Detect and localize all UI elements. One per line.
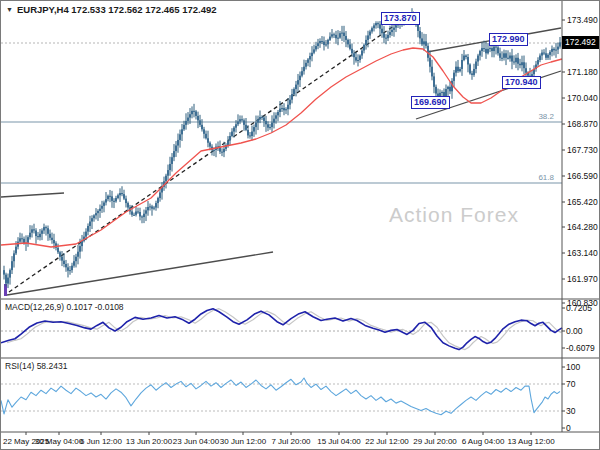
candle-body [155,203,157,207]
candle-body [391,30,393,32]
candle-body [295,85,297,89]
candle-body [395,25,397,27]
candle-body [105,199,107,202]
candle-body [349,44,351,48]
candle-body [289,100,291,105]
candle-body [113,201,115,202]
candle-body [469,64,471,73]
candle-body [497,47,499,53]
swing-price-label[interactable]: 173.870 [381,12,420,25]
macd-indicator-label: MACD(12,26,9) 0.1017 -0.0108 [5,302,124,312]
macd-axis-label: 0.00 [566,326,583,336]
candle-body [165,176,167,182]
candle-body [287,105,289,109]
candle-body [317,43,319,46]
candle-body [93,215,95,218]
candle-body [517,58,519,64]
candle-body [125,199,127,203]
candle-body [203,129,205,133]
candle-body [181,129,183,134]
candle-body [157,198,159,203]
candle-body [429,58,431,67]
candle-body [195,111,197,115]
candle-body [177,140,179,146]
candle-body [359,56,361,60]
candle-body [9,270,11,277]
candle-body [273,119,275,123]
candle-body [57,248,59,252]
candle-body [265,121,267,124]
candle-body [149,206,151,207]
candle-body [133,215,135,216]
candle-body [169,164,171,170]
candle-body [29,233,31,237]
price-axis-label: 161.970 [567,274,598,284]
swing-price-label[interactable]: 170.940 [502,76,541,89]
candle-body [559,42,561,46]
candle-body [283,108,285,110]
candle-body [447,87,449,89]
candle-body [191,111,193,114]
price-axis-label: 164.280 [567,222,598,232]
chart-window: 38.261.8173.490172.350171.180170.040168.… [0,0,600,450]
swing-price-label[interactable]: 172.990 [489,33,528,46]
candle-body [3,270,5,274]
candle-body [433,76,435,86]
candle-body [463,56,465,60]
candle-body [67,267,69,270]
candle-body [13,253,15,261]
candle-body [247,130,249,136]
candle-body [91,218,93,221]
rsi-axis-label: 70 [566,379,576,389]
candle-body [21,238,23,239]
candle-body [209,143,211,147]
time-axis-label: 23 Jun 04:00 [173,437,220,446]
time-axis-label: 6 Jun 12:00 [80,437,122,446]
candle-body [175,146,177,152]
candle-body [523,62,525,68]
candle-body [63,261,65,264]
candle-body [505,53,507,57]
symbol-ohlc-text: EURJPY,H4 172.533 172.562 172.465 172.49… [17,4,217,15]
candle-body [333,34,335,35]
candle-body [441,92,443,93]
candle-body [47,228,49,234]
candle-body [543,53,545,54]
candle-body [309,56,311,59]
time-axis-label: 15 Jul 04:00 [317,437,361,446]
candle-body [121,193,123,194]
candle-body [213,150,215,151]
candle-body [419,31,421,38]
candle-body [449,87,451,91]
candle-body [299,76,301,80]
swing-price-label[interactable]: 169.690 [411,96,450,109]
candle-body [143,214,145,217]
candle-body [357,60,359,61]
macd-axis-label: 0.7205 [566,303,592,313]
candle-body [77,252,79,257]
candle-body [393,28,395,30]
chevron-down-icon[interactable]: ▼ [6,6,13,13]
candle-body [33,229,35,230]
candle-body [59,252,61,256]
candle-body [235,124,237,127]
candle-body [477,56,479,62]
candle-body [555,50,557,51]
candle-body [551,49,553,52]
candle-body [421,38,423,44]
price-axis-label: 166.590 [567,171,598,181]
candle-body [147,207,149,210]
candle-body [37,236,39,237]
candle-body [453,73,455,81]
candle-body [369,32,371,36]
price-axis-label: 173.490 [567,15,598,25]
candle-body [249,135,251,136]
candle-body [425,41,427,45]
candle-body [141,216,143,217]
candle-body [85,232,87,237]
candle-body [337,38,339,39]
candle-body [115,198,117,201]
candle-body [139,212,141,216]
candle-body [461,60,463,69]
candle-body [315,46,317,49]
